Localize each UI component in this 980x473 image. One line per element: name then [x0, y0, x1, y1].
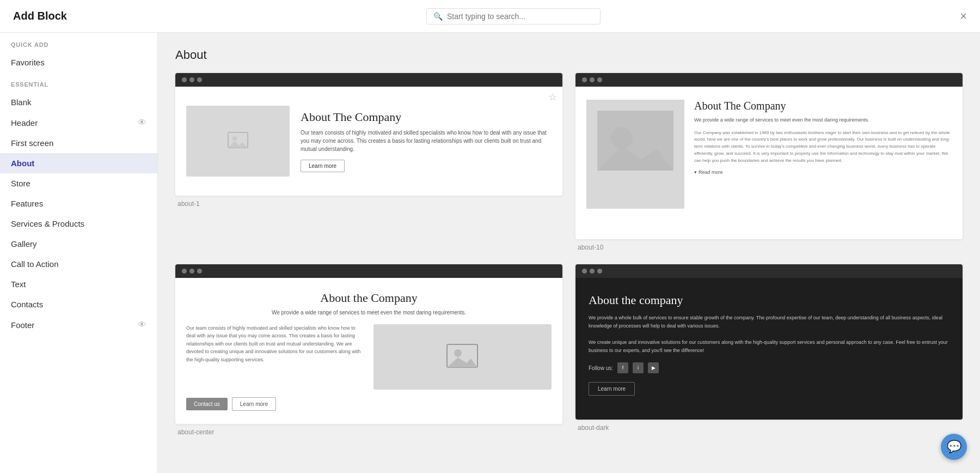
- chat-bubble-button[interactable]: 💬: [941, 434, 967, 460]
- sidebar-item-blank[interactable]: Blank: [0, 92, 157, 112]
- read-more-button[interactable]: ▾ Read more: [694, 169, 952, 175]
- sidebar-item-about[interactable]: About: [0, 153, 157, 173]
- dot-5: [590, 77, 595, 82]
- dot-7: [182, 269, 187, 274]
- about-center-col1: Our team consists of highly motivated an…: [186, 324, 365, 390]
- eye-icon-footer: 👁: [138, 320, 146, 330]
- eye-icon-header: 👁: [138, 118, 146, 128]
- sidebar-item-services-products[interactable]: Services & Products: [0, 214, 157, 234]
- about10-text-block: About The Company We provide a wide rang…: [694, 100, 952, 226]
- about-dark-content: About the company We provide a whole bul…: [575, 278, 963, 420]
- sidebar-item-text[interactable]: Text: [0, 274, 157, 294]
- dot-8: [189, 269, 194, 274]
- sidebar-label-cta: Call to Action: [11, 259, 59, 269]
- sidebar-item-gallery[interactable]: Gallery: [0, 234, 157, 254]
- about-center-tagline: We provide a wide range of services to m…: [186, 310, 552, 316]
- svg-marker-9: [447, 357, 477, 367]
- card-about-10: About The Company We provide a wide rang…: [575, 73, 963, 251]
- about-center-image: [373, 324, 552, 390]
- sidebar-item-footer[interactable]: Footer 👁: [0, 314, 157, 335]
- card-about-dark: About the company We provide a whole bul…: [575, 264, 963, 436]
- dot-11: [590, 269, 595, 274]
- card-label-dark: about-dark: [575, 424, 963, 432]
- about-center-columns: Our team consists of highly motivated an…: [186, 324, 552, 390]
- page-title: Add Block: [13, 10, 67, 22]
- card-label-about1: about-1: [175, 200, 562, 208]
- learn-more-button-dark[interactable]: Learn more: [589, 382, 635, 396]
- card-label-about10: about-10: [575, 244, 963, 251]
- sidebar-item-header[interactable]: Header 👁: [0, 112, 157, 133]
- essential-label: ESSENTIAL: [0, 72, 157, 92]
- search-input[interactable]: [447, 12, 593, 21]
- about10-image: [586, 100, 684, 209]
- sidebar-label-contacts: Contacts: [11, 300, 43, 309]
- sidebar-item-store[interactable]: Store: [0, 173, 157, 193]
- svg-marker-2: [228, 141, 248, 148]
- sidebar-label-favorites: Favorites: [11, 58, 45, 67]
- chat-icon: 💬: [947, 440, 961, 454]
- card-body-about1: ☆ About The Company Our team consists of…: [175, 87, 562, 196]
- about-dark-desc2: We create unique and innovative solution…: [589, 338, 950, 355]
- sidebar-label-store: Store: [11, 179, 30, 188]
- about10-title: About The Company: [694, 100, 952, 112]
- about1-text-block: About The Company Our team consists of h…: [301, 110, 552, 172]
- card-body-dark: About the company We provide a whole bul…: [575, 278, 963, 420]
- favorite-button-about1[interactable]: ☆: [548, 91, 557, 103]
- search-icon: 🔍: [433, 12, 443, 21]
- search-bar[interactable]: 🔍: [426, 8, 601, 25]
- card-about-center: About the Company We provide a wide rang…: [175, 264, 562, 436]
- sidebar-label-blank: Blank: [11, 98, 32, 107]
- contact-button[interactable]: Contact us: [186, 398, 228, 410]
- card-body-about10: About The Company We provide a wide rang…: [575, 87, 963, 239]
- follow-row: Follow us: f i ▶: [589, 362, 950, 373]
- about10-content: About The Company We provide a wide rang…: [575, 87, 963, 239]
- sidebar-item-contacts[interactable]: Contacts: [0, 294, 157, 314]
- sidebar-item-features[interactable]: Features: [0, 193, 157, 214]
- main-layout: QUICK ADD Favorites ESSENTIAL Blank Head…: [0, 33, 980, 473]
- cards-grid: ☆ About The Company Our team consists of…: [175, 73, 963, 436]
- card-body-center: About the Company We provide a wide rang…: [175, 278, 562, 424]
- svg-point-1: [232, 136, 237, 141]
- chevron-down-icon: ▾: [694, 169, 697, 175]
- browser-bar-4: [575, 264, 963, 278]
- sidebar-label-footer: Footer: [11, 320, 34, 330]
- sidebar-label-about: About: [11, 159, 34, 168]
- browser-bar-2: [575, 73, 963, 87]
- dot-1: [182, 77, 187, 82]
- follow-label: Follow us:: [589, 365, 613, 371]
- top-bar: Add Block 🔍 ×: [0, 0, 980, 33]
- sidebar-item-first-screen[interactable]: First screen: [0, 133, 157, 153]
- youtube-icon[interactable]: ▶: [648, 362, 659, 373]
- close-button[interactable]: ×: [960, 9, 967, 23]
- section-title: About: [175, 48, 963, 62]
- about10-subtitle: We provide a wide range of services to m…: [694, 117, 952, 124]
- content-area: About ☆: [158, 33, 980, 473]
- about-dark-desc1: We provide a whole bulk of services to e…: [589, 314, 950, 331]
- about-center-content: About the Company We provide a wide rang…: [175, 278, 562, 424]
- about-center-title: About the Company: [186, 291, 552, 305]
- dot-6: [597, 77, 602, 82]
- about1-title: About The Company: [301, 110, 552, 124]
- card-label-center: about-center: [175, 428, 562, 436]
- browser-bar-3: [175, 264, 562, 278]
- dot-9: [197, 269, 202, 274]
- facebook-icon[interactable]: f: [617, 362, 628, 373]
- sidebar: QUICK ADD Favorites ESSENTIAL Blank Head…: [0, 33, 158, 473]
- svg-point-8: [454, 349, 462, 357]
- about1-learn-more-button[interactable]: Learn more: [301, 160, 345, 172]
- sidebar-label-header: Header: [11, 118, 38, 128]
- instagram-icon[interactable]: i: [633, 362, 644, 373]
- dot-4: [582, 77, 587, 82]
- sidebar-label-text: Text: [11, 280, 26, 289]
- about-center-buttons: Contact us Learn more: [186, 397, 552, 411]
- card-about-1: ☆ About The Company Our team consists of…: [175, 73, 562, 251]
- learn-more-button-center[interactable]: Learn more: [232, 397, 276, 411]
- sidebar-label-services: Services & Products: [11, 219, 84, 228]
- about1-desc: Our team consists of highly motivated an…: [301, 129, 552, 153]
- sidebar-item-favorites[interactable]: Favorites: [0, 52, 157, 72]
- about1-content: About The Company Our team consists of h…: [175, 87, 562, 196]
- sidebar-item-call-to-action[interactable]: Call to Action: [0, 254, 157, 274]
- svg-point-5: [611, 127, 633, 149]
- quick-add-label: QUICK ADD: [0, 33, 157, 52]
- dot-2: [189, 77, 194, 82]
